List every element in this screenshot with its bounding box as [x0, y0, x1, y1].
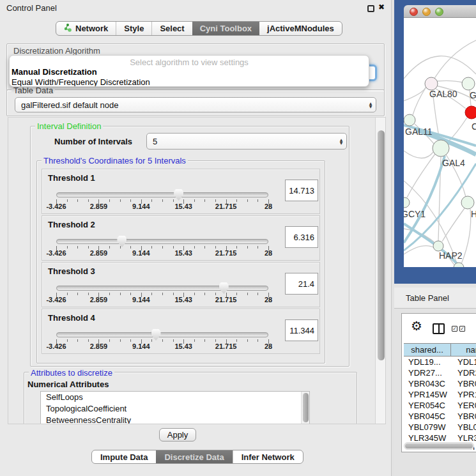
slider-tick	[215, 339, 216, 342]
network-node[interactable]	[462, 77, 475, 90]
threshold-value-field[interactable]: 21.4	[285, 273, 318, 295]
slider-tick	[67, 246, 68, 249]
slider-tick-labels: -3.4262.8599.14415.4321.71528	[56, 203, 268, 210]
threshold-value-field[interactable]: 11.344	[285, 319, 318, 341]
network-node[interactable]	[425, 77, 438, 90]
slider-tick	[77, 339, 78, 342]
tick-label: -3.426	[46, 296, 66, 303]
slider-tick	[67, 339, 68, 342]
attribute-list-item[interactable]: BetweennessCentrality	[41, 415, 309, 424]
algorithm-option-equal-width[interactable]: Equal Width/Frequency Discretization	[12, 77, 369, 87]
algorithm-option-manual[interactable]: Manual Discretization	[12, 67, 369, 77]
slider-thumb[interactable]	[174, 189, 183, 201]
threshold-slider[interactable]	[56, 188, 268, 203]
numerical-attributes-list[interactable]: SelfLoopsTopologicalCoefficientBetweenne…	[40, 391, 310, 424]
zoom-traffic-light[interactable]	[435, 8, 443, 16]
slider-tick	[247, 246, 248, 249]
slider-track[interactable]	[56, 286, 268, 291]
tick-label: 2.859	[90, 296, 108, 303]
tab-style[interactable]: Style	[116, 22, 151, 35]
table-toolbar: ⚙ ✓ ✓	[402, 314, 476, 343]
network-node[interactable]	[433, 241, 443, 251]
tab-impute-data[interactable]: Impute Data	[92, 450, 156, 463]
network-window-titlebar[interactable]	[404, 5, 476, 18]
tick-label: 21.715	[215, 203, 237, 210]
tab-cyni-toolbox[interactable]: Cyni Toolbox	[192, 22, 259, 35]
slider-track[interactable]	[56, 192, 268, 197]
network-node-label: HAP2	[439, 250, 463, 261]
table-row[interactable]: YBR045CYBR0	[404, 411, 476, 422]
threshold-slider[interactable]	[56, 328, 268, 342]
slider-tick	[173, 199, 174, 202]
column-header-name[interactable]: name	[451, 344, 476, 356]
attributes-scrollbar-thumb[interactable]	[303, 393, 309, 422]
slider-tick	[162, 246, 163, 249]
network-node[interactable]	[404, 197, 410, 208]
network-canvas[interactable]: GAL80GCGAL11GAL4GCY1HHAP2	[404, 18, 476, 267]
minimize-traffic-light[interactable]	[422, 8, 431, 16]
horizontal-scrollbar-thumb[interactable]	[405, 443, 473, 449]
threshold-row: Threshold 2-3.4262.8599.14415.4321.71528…	[42, 215, 320, 261]
horizontal-scrollbar[interactable]	[404, 442, 474, 450]
tick-label: 21.715	[215, 296, 237, 303]
attribute-list-item[interactable]: SelfLoops	[41, 392, 309, 403]
slider-tick	[120, 246, 121, 249]
vertical-scrollbar-thumb[interactable]	[378, 130, 385, 360]
close-traffic-light[interactable]	[410, 8, 418, 16]
table-row[interactable]: YDL19...YDL1	[404, 357, 476, 367]
tick-label: 9.144	[132, 296, 150, 303]
slider-thumb[interactable]	[151, 329, 161, 341]
slider-tick	[162, 199, 163, 202]
checkbox-icons[interactable]: ✓ ✓	[452, 326, 465, 332]
tick-label: 21.715	[215, 342, 237, 350]
number-of-intervals-value: 5	[147, 137, 336, 146]
threshold-slider[interactable]	[56, 235, 268, 249]
control-panel: Control Panel ✖ Network Style Select Cyn…	[0, 0, 392, 476]
slider-tick	[77, 293, 78, 295]
tick-label: 15.43	[174, 249, 192, 257]
table-cell: YBR0	[451, 411, 476, 421]
table-row[interactable]: YER054CYER0	[404, 400, 476, 411]
algorithm-prompt-option[interactable]: Select algorithm to view settings	[10, 58, 369, 67]
tab-discretize-data[interactable]: Discretize Data	[156, 450, 232, 463]
table-row[interactable]: YBL079WYBL0	[404, 422, 476, 433]
checkbox-icon[interactable]: ✓	[459, 326, 465, 332]
number-of-intervals-combobox[interactable]: 5 ▲▼	[146, 133, 347, 150]
tab-network-label: Network	[75, 24, 108, 33]
slider-track[interactable]	[56, 239, 268, 244]
slider-track[interactable]	[56, 332, 268, 337]
network-node[interactable]	[461, 196, 474, 209]
vertical-scrollbar[interactable]	[375, 118, 386, 424]
table-row[interactable]: YBR043CYBR0	[404, 378, 476, 389]
slider-tick	[236, 293, 237, 295]
combo-spinner-icon: ▲▼	[336, 138, 346, 144]
gear-icon[interactable]: ⚙	[411, 318, 422, 334]
slider-thumb[interactable]	[117, 236, 127, 247]
table-data-value: galFiltered.sif default node	[15, 100, 365, 110]
network-edge	[413, 87, 426, 115]
table-row[interactable]: YPR145WYPR1	[404, 389, 476, 400]
threshold-value-field[interactable]: 14.713	[285, 180, 318, 201]
network-node[interactable]	[404, 114, 415, 126]
float-panel-icon[interactable]	[367, 5, 374, 12]
tab-infer-network[interactable]: Infer Network	[233, 450, 303, 463]
tab-select[interactable]: Select	[151, 22, 192, 35]
tab-network[interactable]: Network	[56, 22, 116, 35]
attribute-list-item[interactable]: TopologicalCoefficient	[41, 403, 309, 415]
threshold-slider[interactable]	[56, 282, 268, 296]
threshold-value-field[interactable]: 6.316	[285, 226, 318, 248]
tab-jactivemnodules[interactable]: jActiveMNodules	[259, 22, 342, 35]
network-node[interactable]	[433, 140, 449, 157]
table-data-combobox[interactable]: galFiltered.sif default node ▲▼	[15, 97, 376, 112]
attributes-scrollbar[interactable]	[301, 392, 309, 424]
slider-thumb[interactable]	[219, 282, 229, 294]
network-edge	[442, 208, 464, 242]
apply-button[interactable]: Apply	[159, 428, 196, 441]
column-header-shared-name[interactable]: shared...	[404, 344, 451, 356]
slider-tick	[236, 339, 237, 342]
close-icon[interactable]: ✖	[378, 3, 385, 12]
network-node[interactable]	[465, 106, 476, 119]
checkbox-icon[interactable]: ✓	[452, 326, 457, 332]
split-view-icon[interactable]	[433, 323, 445, 334]
table-row[interactable]: YDR27...YDR2	[404, 367, 476, 378]
